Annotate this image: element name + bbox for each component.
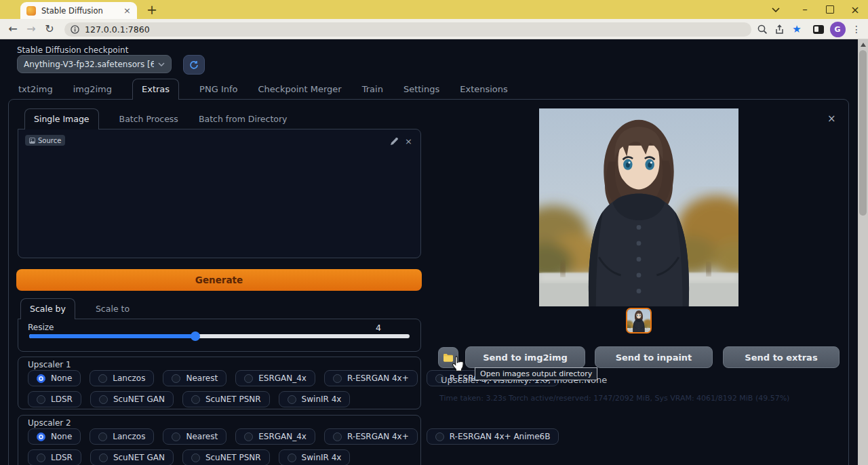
browser-menu-icon[interactable]: ⋮: [849, 21, 864, 37]
site-info-icon[interactable]: [71, 25, 79, 34]
window-close-button[interactable]: ×: [848, 0, 863, 19]
page-scrollbar[interactable]: [858, 39, 868, 465]
result-image[interactable]: [539, 108, 738, 306]
upscaler2-option-r-esrgan-4x-anime6b[interactable]: R-ESRGAN 4x+ Anime6B: [427, 428, 559, 445]
clear-source-icon[interactable]: ×: [405, 136, 412, 146]
send-to-inpaint-button[interactable]: Send to inpaint: [595, 346, 713, 368]
zoom-icon[interactable]: [755, 21, 770, 37]
upscaler1-option-esrgan-4x[interactable]: ESRGAN_4x: [235, 370, 315, 386]
window-minimize-button[interactable]: –: [797, 0, 812, 19]
radio-icon[interactable]: [288, 395, 296, 404]
tab-extras[interactable]: Extras: [132, 79, 179, 100]
upscaler1-option-swinir-4x[interactable]: SwinIR 4x: [279, 391, 351, 407]
radio-icon[interactable]: [191, 395, 200, 404]
upscaler2-option-nearest[interactable]: Nearest: [163, 428, 226, 445]
radio-icon[interactable]: [191, 453, 200, 462]
radio-icon[interactable]: [172, 432, 180, 441]
radio-icon[interactable]: [244, 432, 253, 441]
bookmark-star-icon[interactable]: ★: [789, 21, 804, 37]
radio-icon[interactable]: [98, 432, 107, 441]
upscaler-option-label: Nearest: [186, 432, 218, 441]
scale-tab-scale-by[interactable]: Scale by: [20, 298, 75, 319]
scale-tab-scale-to[interactable]: Scale to: [96, 304, 130, 319]
radio-icon[interactable]: [37, 374, 45, 383]
radio-icon[interactable]: [99, 395, 108, 404]
tab-settings[interactable]: Settings: [403, 84, 439, 100]
radio-icon[interactable]: [37, 395, 45, 404]
resize-value[interactable]: 4: [365, 323, 392, 333]
upscaler-2-label: Upscaler 2: [28, 418, 71, 428]
source-label: Source: [38, 137, 61, 144]
refresh-checkpoint-button[interactable]: [183, 55, 205, 75]
subtab-single-image[interactable]: Single Image: [24, 108, 99, 129]
tab-png-info[interactable]: PNG Info: [199, 84, 237, 100]
new-tab-button[interactable]: +: [144, 2, 159, 17]
upscaler2-option-lanczos[interactable]: Lanczos: [90, 428, 154, 445]
radio-icon[interactable]: [37, 453, 45, 462]
tab-checkpoint-merger[interactable]: Checkpoint Merger: [258, 84, 341, 100]
upscaler1-option-scunet-psnr[interactable]: ScuNET PSNR: [182, 391, 270, 407]
window-maximize-button[interactable]: [823, 0, 837, 19]
upscaler-option-label: R-ESRGAN 4x+: [347, 373, 409, 383]
subtab-batch-from-directory[interactable]: Batch from Directory: [199, 114, 288, 129]
tab-extensions[interactable]: Extensions: [460, 84, 508, 100]
upscaler2-option-esrgan-4x[interactable]: ESRGAN_4x: [235, 428, 315, 445]
address-bar[interactable]: 127.0.0.1:7860: [64, 22, 751, 37]
upscaler-option-label: ScuNET PSNR: [205, 395, 261, 404]
scrollbar-thumb[interactable]: [859, 50, 867, 216]
avatar-letter: G: [830, 22, 846, 37]
tab-txt2img[interactable]: txt2img: [18, 84, 53, 100]
send-to-img2img-button[interactable]: Send to img2img: [465, 346, 585, 368]
upscaler1-option-lanczos[interactable]: Lanczos: [90, 370, 154, 386]
scrollbar-up-icon[interactable]: [861, 43, 866, 47]
main-tab-bar: txt2imgimg2imgExtrasPNG InfoCheckpoint M…: [18, 81, 508, 100]
maximize-icon: [826, 5, 834, 14]
subtab-batch-process[interactable]: Batch Process: [119, 114, 178, 129]
upscaler2-option-scunet-gan[interactable]: ScuNET GAN: [90, 449, 174, 465]
radio-icon[interactable]: [288, 453, 296, 462]
upscaler1-option-nearest[interactable]: Nearest: [163, 370, 226, 386]
result-close-icon[interactable]: ×: [827, 113, 836, 125]
radio-icon[interactable]: [37, 432, 45, 441]
browser-tab-title: Stable Diffusion: [41, 6, 118, 16]
radio-icon[interactable]: [172, 374, 180, 383]
side-panel-icon[interactable]: [811, 21, 826, 37]
resize-label: Resize: [28, 323, 54, 332]
upscaler-option-label: LDSR: [51, 395, 73, 404]
upscaler-option-label: Lanczos: [113, 432, 145, 441]
upscaler2-option-ldsr[interactable]: LDSR: [28, 449, 81, 465]
forward-button[interactable]: →: [23, 20, 39, 38]
upscaler-option-label: ScuNET PSNR: [205, 453, 261, 462]
radio-icon[interactable]: [99, 453, 108, 462]
upscaler1-option-ldsr[interactable]: LDSR: [28, 391, 81, 407]
upscaler2-option-scunet-psnr[interactable]: ScuNET PSNR: [182, 449, 270, 465]
radio-icon[interactable]: [333, 374, 342, 383]
window-menu-chevron-icon[interactable]: [768, 0, 783, 19]
tab-close-icon[interactable]: ×: [123, 6, 131, 15]
radio-icon[interactable]: [244, 374, 253, 383]
radio-icon[interactable]: [333, 432, 342, 441]
source-image-dropzone[interactable]: Source ×: [18, 129, 421, 258]
send-to-extras-button[interactable]: Send to extras: [723, 346, 840, 368]
edit-pencil-icon[interactable]: [390, 138, 398, 146]
share-icon[interactable]: [772, 21, 787, 37]
upscaler2-option-none[interactable]: None: [28, 428, 81, 445]
upscaler1-option-none[interactable]: None: [28, 370, 81, 386]
result-thumbnail[interactable]: [626, 308, 652, 333]
radio-icon[interactable]: [98, 374, 107, 383]
tab-img2img[interactable]: img2img: [73, 84, 112, 100]
back-button[interactable]: ←: [5, 20, 21, 38]
profile-avatar[interactable]: G: [829, 21, 846, 37]
upscaler-option-label: Nearest: [186, 373, 218, 383]
tab-train[interactable]: Train: [362, 84, 383, 100]
upscaler1-option-scunet-gan[interactable]: ScuNET GAN: [90, 391, 174, 407]
resize-slider-handle[interactable]: [191, 331, 200, 341]
browser-tab[interactable]: Stable Diffusion ×: [20, 2, 137, 19]
reload-button[interactable]: ↻: [41, 20, 58, 38]
checkpoint-dropdown[interactable]: Anything-V3-fp32.safetensors [625a2ba2]: [17, 55, 172, 73]
radio-icon[interactable]: [435, 432, 444, 441]
upscaler1-option-r-esrgan-4x[interactable]: R-ESRGAN 4x+: [324, 370, 418, 386]
generate-button[interactable]: Generate: [16, 269, 422, 291]
upscaler2-option-r-esrgan-4x[interactable]: R-ESRGAN 4x+: [324, 428, 418, 445]
upscaler2-option-swinir-4x[interactable]: SwinIR 4x: [279, 449, 351, 465]
